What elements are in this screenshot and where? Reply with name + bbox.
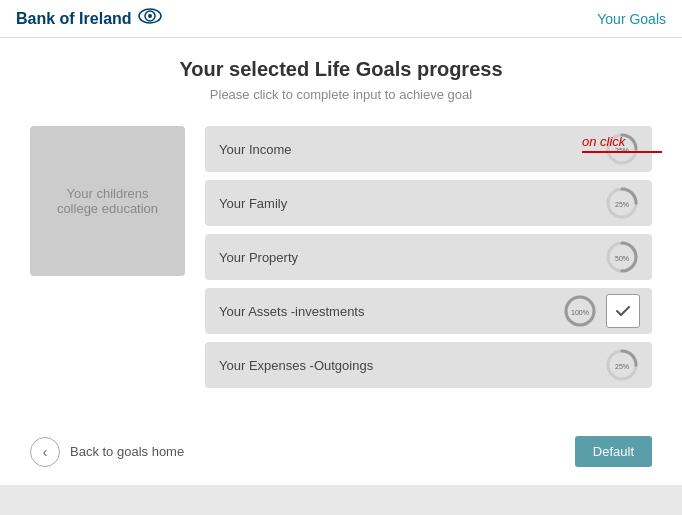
on-click-annotation: on click	[582, 134, 662, 153]
page-subtitle: Please click to complete input to achiev…	[30, 87, 652, 102]
left-card-label: Your childrens college education	[46, 186, 169, 216]
default-button[interactable]: Default	[575, 436, 652, 467]
check-box-assets[interactable]	[606, 294, 640, 328]
svg-text:100%: 100%	[571, 309, 589, 316]
back-label: Back to goals home	[70, 444, 184, 459]
left-goal-card[interactable]: Your childrens college education	[30, 126, 185, 276]
goal-label-family: Your Family	[219, 196, 604, 211]
goal-label-expenses: Your Expenses -Outgoings	[219, 358, 604, 373]
page-title: Your selected Life Goals progress	[30, 58, 652, 81]
logo-text: Bank of Ireland	[16, 10, 132, 28]
content-row: Your childrens college education Your In…	[30, 126, 652, 388]
back-circle-icon: ‹	[30, 437, 60, 467]
goals-list: Your Income25%Your Family25%Your Propert…	[205, 126, 652, 388]
header: Bank of Ireland Your Goals	[0, 0, 682, 38]
on-click-text: on click	[582, 134, 625, 149]
goal-label-property: Your Property	[219, 250, 604, 265]
logo-icon	[138, 8, 162, 29]
back-to-goals-button[interactable]: ‹ Back to goals home	[30, 437, 184, 467]
logo: Bank of Ireland	[16, 8, 162, 29]
svg-text:25%: 25%	[615, 201, 629, 208]
footer	[0, 485, 682, 515]
progress-circle-assets: 100%	[562, 293, 598, 329]
progress-circle-property: 50%	[604, 239, 640, 275]
your-goals-nav[interactable]: Your Goals	[597, 11, 666, 27]
svg-text:50%: 50%	[615, 255, 629, 262]
svg-text:25%: 25%	[615, 363, 629, 370]
goal-label-income: Your Income	[219, 142, 604, 157]
on-click-line	[582, 151, 662, 153]
goal-item-assets[interactable]: Your Assets -investments100%	[205, 288, 652, 334]
progress-circle-expenses: 25%	[604, 347, 640, 383]
goal-item-property[interactable]: Your Property50%	[205, 234, 652, 280]
goal-label-assets: Your Assets -investments	[219, 304, 562, 319]
svg-point-2	[148, 14, 152, 18]
goal-item-family[interactable]: Your Family25%	[205, 180, 652, 226]
main-content: Your selected Life Goals progress Please…	[0, 38, 682, 408]
progress-circle-family: 25%	[604, 185, 640, 221]
bottom-bar: ‹ Back to goals home Default	[0, 418, 682, 485]
goal-item-expenses[interactable]: Your Expenses -Outgoings25%	[205, 342, 652, 388]
